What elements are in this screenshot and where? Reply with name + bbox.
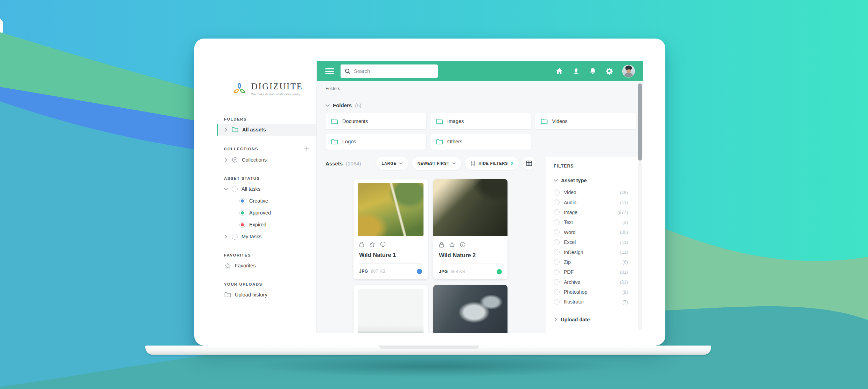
status-radio-creative[interactable] [239,198,245,204]
asset-thumbnail [433,285,507,333]
filter-checkbox[interactable] [554,279,560,285]
chevron-down-icon[interactable] [224,187,228,191]
brand-tagline: We make digital collaboration easy [251,93,303,96]
scrollbar-track[interactable] [638,83,642,330]
sidebar-item-status-approved[interactable]: Approved [217,207,316,219]
active-filter-count: 0 [511,161,513,165]
settings-gear-icon[interactable] [606,67,613,75]
filter-checkbox[interactable] [554,269,560,275]
filter-option-zip[interactable]: Zip(6) [554,257,628,267]
home-icon[interactable] [555,67,563,75]
folder-card-label: Documents [342,118,368,124]
filter-option-audio[interactable]: Audio(11) [554,197,628,207]
filter-option-video[interactable]: Video(48) [554,187,628,197]
folder-card-others[interactable]: Others [430,134,531,150]
user-avatar[interactable] [622,65,635,77]
sidebar-item-status-expired[interactable]: Expired [217,219,316,231]
digizuite-logo-mark [231,79,248,98]
filter-checkbox[interactable] [554,259,560,265]
status-radio[interactable] [232,234,238,240]
lock-icon[interactable] [439,242,444,248]
notifications-bell-icon[interactable] [589,67,596,75]
filter-checkbox[interactable] [554,219,560,225]
lock-icon[interactable] [359,241,364,247]
filters-panel: FILTERS Asset type Video(48) Audio(11) [546,157,643,333]
folder-card-label: Logos [342,139,356,144]
folder-card-images[interactable]: Images [430,113,531,129]
info-icon[interactable] [380,241,386,247]
sidebar-item-favorites[interactable]: Favorites [217,260,316,272]
info-icon[interactable] [460,242,465,248]
asset-card-partial[interactable] [433,285,507,333]
sidebar-item-label: Expired [249,222,266,227]
divider [554,312,628,312]
sort-order-dropdown[interactable]: NEWEST FIRST [412,157,462,170]
filter-checkbox[interactable] [554,190,560,196]
sidebar-item-my-tasks[interactable]: My tasks [217,231,316,243]
filter-checkbox[interactable] [554,239,560,245]
filter-option-illustrator[interactable]: Illustrator(7) [554,297,628,307]
folder-card-logos[interactable]: Logos [326,134,426,150]
filter-option-image[interactable]: Image(877) [554,207,628,217]
filter-checkbox[interactable] [554,209,560,215]
hide-filters-button[interactable]: HIDE FILTERS 0 [465,157,519,170]
menu-icon[interactable] [325,68,334,74]
status-radio-expired[interactable] [239,222,245,228]
content-area: Folders Folders (5) [317,81,643,333]
filter-checkbox[interactable] [554,229,560,235]
breadcrumb-item-folders[interactable]: Folders [326,86,340,91]
asset-card-wild-nature-1[interactable]: Wild Nature 1 JPG 807 KB [354,179,428,279]
filter-option-archive[interactable]: Archive(21) [554,277,628,287]
chevron-down-icon [399,162,403,165]
asset-card-wild-nature-2[interactable]: Wild Nature 2 JPG 668 KB [433,179,507,279]
filter-option-word[interactable]: Word(30) [554,227,628,237]
favorite-star-icon[interactable] [449,242,455,248]
folder-card-videos[interactable]: Videos [535,113,636,129]
status-radio[interactable] [232,186,238,192]
filter-option-indesign[interactable]: InDesign(11) [554,247,628,257]
sidebar-item-status-creative[interactable]: Creative [217,195,316,207]
add-collection-button[interactable] [304,146,309,151]
filter-option-photoshop[interactable]: Photoshop(8) [554,287,628,297]
upload-date-header[interactable]: Upload date [554,317,628,322]
filter-checkbox[interactable] [554,199,560,205]
sidebar-item-collections[interactable]: Collections [217,154,316,166]
upload-icon[interactable] [572,67,580,75]
chevron-down-icon[interactable] [326,103,330,108]
sidebar-section-collections: COLLECTIONS [224,146,309,151]
filter-checkbox[interactable] [554,289,560,295]
asset-type-header[interactable]: Asset type [554,178,628,183]
sidebar-section-favorites: FAVORITES [224,253,309,257]
status-radio-approved[interactable] [239,210,245,216]
status-dot [417,269,422,274]
chevron-right-icon[interactable] [224,128,228,132]
filter-option-excel[interactable]: Excel(11) [554,237,628,247]
asset-card-partial[interactable] [354,285,428,333]
filter-option-text[interactable]: Text(3) [554,217,628,227]
filter-option-pdf[interactable]: PDF(31) [554,267,628,277]
search-input[interactable]: Search [341,64,438,78]
sidebar-item-all-assets[interactable]: All assets [217,124,316,136]
folder-icon [331,118,338,124]
assets-toolbar: Assets (1064) LARGE [326,157,536,170]
sidebar-item-label: Approved [249,210,271,216]
table-view-button[interactable] [522,157,536,170]
brand-name: DIGIZUITE [251,82,303,91]
laptop-base [145,346,711,355]
folder-card-documents[interactable]: Documents [326,113,426,129]
folders-title: Folders [333,102,352,108]
sidebar-item-upload-history[interactable]: Upload history [217,289,316,301]
folders-count: (5) [355,102,361,108]
asset-thumbnail [358,183,424,236]
main-column: Search [317,61,643,333]
scrollbar-thumb[interactable] [638,83,642,161]
favorite-star-icon[interactable] [369,241,375,247]
sidebar-item-all-tasks[interactable]: All tasks [217,183,316,195]
filter-checkbox[interactable] [554,299,560,305]
filter-checkbox[interactable] [554,249,560,255]
breadcrumb: Folders [317,81,643,96]
thumbnail-size-dropdown[interactable]: LARGE [376,157,408,170]
chevron-right-icon[interactable] [224,235,228,239]
chevron-right-icon[interactable] [224,158,228,162]
folder-grid: Documents Images [326,113,636,150]
